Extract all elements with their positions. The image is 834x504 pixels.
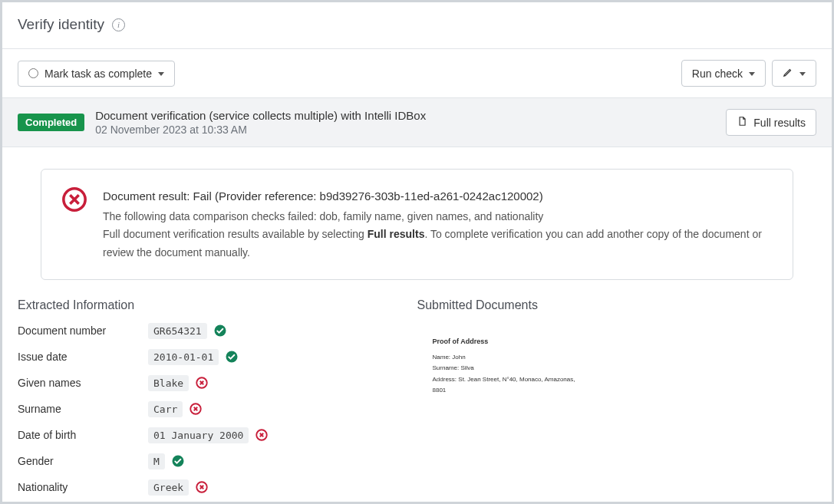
field-label: Given names: [18, 377, 148, 389]
alert-line2: Full document verification results avail…: [103, 226, 773, 262]
extracted-heading: Extracted Information: [18, 298, 394, 312]
fail-icon: [189, 402, 203, 416]
check-icon: [213, 324, 227, 338]
status-timestamp: 02 November 2023 at 10:33 AM: [95, 124, 426, 136]
chevron-down-icon: [799, 72, 806, 76]
info-icon[interactable]: i: [112, 18, 125, 31]
chevron-down-icon: [749, 72, 755, 76]
field-label: Gender: [18, 455, 148, 467]
check-icon: [171, 454, 185, 468]
field-row: GenderM: [18, 453, 394, 469]
field-row: Document numberGR654321: [18, 323, 394, 339]
mark-complete-label: Mark task as complete: [45, 68, 152, 80]
doc-address: Address: St. Jean Street, N°40, Monaco, …: [433, 374, 579, 397]
document-thumbnail[interactable]: Proof of Address Name: John Surname: Sil…: [417, 323, 594, 415]
field-label: Issue date: [18, 351, 148, 363]
field-value: GR654321: [148, 323, 207, 339]
document-icon: [737, 116, 747, 129]
status-title: Document verification (service collects …: [95, 109, 426, 122]
field-value: Greek: [148, 479, 189, 496]
doc-name: Name: John: [433, 352, 579, 363]
fail-icon: [255, 428, 269, 442]
field-value: M: [148, 453, 165, 469]
field-value: 01 January 2000: [148, 427, 249, 443]
field-row: Issue date2010-01-01: [18, 349, 394, 365]
field-row: NationalityGreek: [18, 479, 394, 496]
field-row: SurnameCarr: [18, 401, 394, 417]
result-alert: Document result: Fail (Provider referenc…: [41, 169, 793, 280]
field-value: 2010-01-01: [148, 349, 219, 365]
field-label: Date of birth: [18, 429, 148, 441]
full-results-label: Full results: [753, 117, 806, 129]
circle-empty-icon: [28, 68, 38, 78]
field-value: Carr: [148, 401, 183, 417]
field-value: Blake: [148, 375, 189, 391]
field-label: Document number: [18, 324, 148, 337]
run-check-label: Run check: [692, 68, 743, 80]
check-icon: [225, 350, 239, 364]
toolbar: Mark task as complete Run check: [2, 49, 832, 97]
alert-line1: The following data comparison checks fai…: [103, 208, 773, 226]
submitted-heading: Submitted Documents: [417, 298, 794, 312]
doc-surname: Surname: Silva: [433, 363, 579, 374]
pencil-icon: [783, 67, 793, 80]
mark-complete-button[interactable]: Mark task as complete: [18, 61, 175, 87]
field-row: Given namesBlake: [18, 375, 394, 391]
run-check-button[interactable]: Run check: [681, 60, 766, 87]
full-results-inline-link[interactable]: Full results: [368, 228, 425, 240]
field-row: Date of birth01 January 2000: [18, 427, 394, 443]
full-results-button[interactable]: Full results: [726, 109, 816, 136]
alert-title: Document result: Fail (Provider referenc…: [103, 186, 773, 206]
edit-button[interactable]: [772, 60, 816, 87]
fail-icon: [195, 376, 209, 390]
page-header: Verify identity i: [2, 2, 832, 49]
fail-icon: [61, 186, 87, 262]
field-label: Nationality: [18, 481, 148, 493]
chevron-down-icon: [158, 72, 164, 76]
status-badge: Completed: [18, 114, 84, 131]
fail-icon: [195, 480, 209, 494]
status-strip: Completed Document verification (service…: [2, 97, 832, 147]
doc-title: Proof of Address: [433, 335, 579, 348]
field-label: Surname: [18, 403, 148, 415]
page-title: Verify identity: [18, 16, 104, 33]
